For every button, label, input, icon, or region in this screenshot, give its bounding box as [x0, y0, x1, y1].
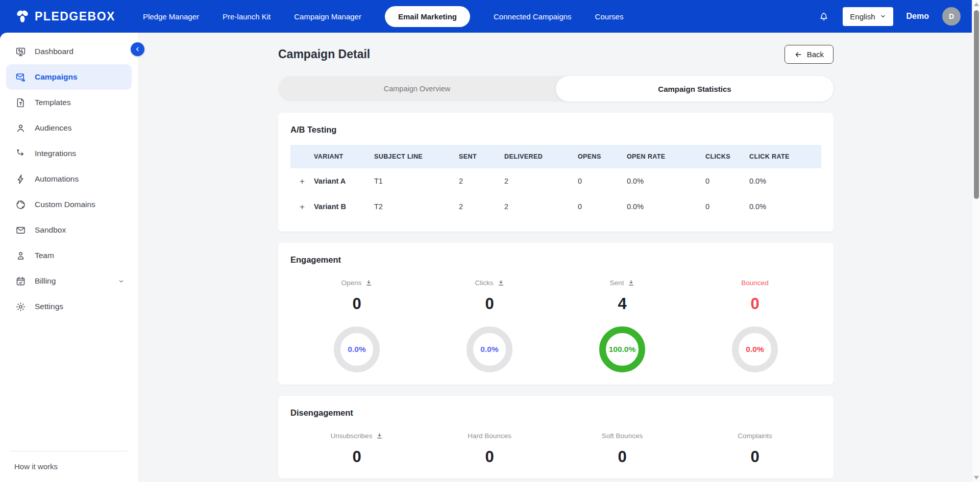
pledgebox-logo-icon [15, 9, 30, 23]
clicks-donut-chart: 0.0% [467, 326, 512, 372]
cell-variant: Variant B [314, 202, 374, 211]
metric-label: Hard Bounces [468, 432, 511, 440]
cell-sent: 2 [459, 202, 504, 211]
tab-campaign-overview[interactable]: Campaign Overview [278, 76, 556, 102]
scrollbar-down-arrow[interactable] [974, 476, 979, 479]
donut-percent: 0.0% [348, 345, 365, 354]
sidebar-item-automations[interactable]: Automations [6, 166, 132, 192]
donut-percent: 100.0% [609, 345, 636, 354]
main-area: Campaign Detail Back Campaign Overview C… [138, 33, 980, 482]
nav-email-marketing[interactable]: Email Marketing [385, 6, 470, 27]
campaign-detail-tabs: Campaign Overview Campaign Statistics [278, 76, 834, 102]
sidebar-item-templates[interactable]: Templates [6, 90, 132, 115]
expand-row-button[interactable]: + [290, 202, 314, 211]
col-clicks: CLICKS [705, 153, 749, 160]
donut-percent: 0.0% [746, 345, 764, 354]
language-value: English [850, 12, 875, 21]
cell-subject-line: T1 [374, 177, 459, 185]
sidebar-item-billing[interactable]: Billing [6, 268, 132, 294]
metric-complaints: Complaints 0 [689, 432, 821, 466]
sidebar-item-dashboard[interactable]: Dashboard [6, 39, 132, 64]
nav-courses[interactable]: Courses [595, 12, 624, 21]
sidebar-divider [10, 451, 128, 451]
notifications-bell-icon[interactable] [818, 11, 829, 22]
nav-pledge-manager[interactable]: Pledge Manager [143, 12, 199, 21]
dashboard-icon [15, 46, 26, 57]
sidebar-item-label: Integrations [35, 149, 76, 158]
export-download-icon[interactable] [628, 280, 634, 286]
cell-click-rate: 0.0% [749, 177, 821, 185]
metric-value: 0 [750, 295, 759, 313]
back-button[interactable]: Back [785, 45, 834, 64]
cell-sent: 2 [459, 177, 504, 185]
sidebar-item-integrations[interactable]: Integrations [6, 141, 132, 166]
sidebar-item-team[interactable]: Team [6, 243, 132, 268]
nav-connected-campaigns[interactable]: Connected Campaigns [494, 12, 572, 21]
export-download-icon[interactable] [498, 280, 504, 286]
cell-clicks: 0 [705, 177, 749, 185]
sidebar-item-label: Team [35, 251, 54, 260]
sidebar-item-settings[interactable]: Settings [6, 294, 132, 319]
col-delivered: DELIVERED [504, 153, 578, 160]
ab-testing-card: A/B Testing VARIANT SUBJECT LINE SENT DE… [278, 113, 834, 232]
col-click-rate: CLICK RATE [749, 153, 821, 160]
col-opens: OPENS [578, 153, 627, 160]
metric-label: Unsubscribes [331, 432, 373, 440]
expand-row-button[interactable]: + [290, 177, 314, 186]
sidebar-item-label: Custom Domains [35, 200, 95, 209]
export-download-icon[interactable] [376, 433, 383, 439]
col-sent: SENT [459, 153, 504, 160]
scrollbar-thumb[interactable] [974, 10, 979, 199]
sidebar-nav: Dashboard Campaigns Te [0, 33, 138, 319]
metric-value: 0 [485, 448, 494, 466]
brand-name: PLEDGEBOX [35, 10, 115, 23]
sidebar-item-label: Automations [35, 174, 79, 184]
how-it-works-link[interactable]: How it works [14, 462, 58, 471]
metric-opens: Opens 0 0.0% [290, 279, 423, 372]
arrow-left-icon [794, 50, 802, 59]
gear-icon [15, 301, 26, 312]
sidebar-item-audiences[interactable]: Audiences [6, 115, 132, 141]
metric-soft-bounces: Soft Bounces 0 [556, 432, 689, 466]
metric-sent: Sent 4 100.0% [556, 279, 689, 372]
primary-nav: Pledge Manager Pre-launch Kit Campaign M… [143, 6, 624, 27]
user-name[interactable]: Demo [906, 12, 929, 21]
tab-campaign-statistics[interactable]: Campaign Statistics [556, 76, 834, 102]
nav-prelaunch-kit[interactable]: Pre-launch Kit [223, 12, 271, 21]
sidebar-item-label: Templates [35, 98, 71, 107]
sidebar-item-campaigns[interactable]: Campaigns [6, 64, 132, 90]
metric-clicks: Clicks 0 0.0% [423, 279, 556, 372]
metric-value: 0 [750, 448, 759, 466]
integrations-icon [15, 148, 26, 159]
scrollbar-up-arrow[interactable] [974, 3, 979, 6]
export-download-icon[interactable] [365, 280, 372, 286]
metric-value: 0 [352, 295, 361, 313]
donut-percent: 0.0% [480, 345, 498, 354]
sidebar-item-sandbox[interactable]: Sandbox [6, 217, 132, 243]
metric-unsubscribes: Unsubscribes 0 [290, 432, 423, 466]
sidebar-collapse-button[interactable] [131, 42, 144, 56]
metric-label: Bounced [741, 279, 768, 287]
cell-delivered: 2 [504, 177, 578, 185]
audiences-icon [15, 123, 26, 134]
nav-campaign-manager[interactable]: Campaign Manager [294, 12, 361, 21]
metric-value: 4 [618, 295, 626, 313]
sidebar-item-label: Billing [35, 276, 56, 286]
engagement-card: Engagement Opens 0 0.0% [278, 243, 834, 385]
avatar[interactable]: D [942, 7, 961, 26]
cell-open-rate: 0.0% [627, 177, 705, 185]
cell-subject-line: T2 [374, 202, 459, 211]
table-header-row: VARIANT SUBJECT LINE SENT DELIVERED OPEN… [290, 145, 821, 168]
page-title: Campaign Detail [278, 47, 370, 61]
brand[interactable]: PLEDGEBOX [15, 9, 115, 23]
sidebar-item-custom-domains[interactable]: Custom Domains [6, 192, 132, 217]
metric-value: 0 [618, 448, 626, 466]
language-selector[interactable]: English [843, 7, 893, 26]
globe-icon [15, 199, 26, 210]
ab-testing-table: VARIANT SUBJECT LINE SENT DELIVERED OPEN… [290, 145, 821, 219]
sidebar-item-label: Sandbox [35, 225, 66, 235]
campaigns-icon [15, 72, 26, 83]
sidebar-item-label: Audiences [35, 123, 71, 133]
metric-value: 0 [352, 448, 361, 466]
col-open-rate: OPEN RATE [627, 153, 705, 160]
